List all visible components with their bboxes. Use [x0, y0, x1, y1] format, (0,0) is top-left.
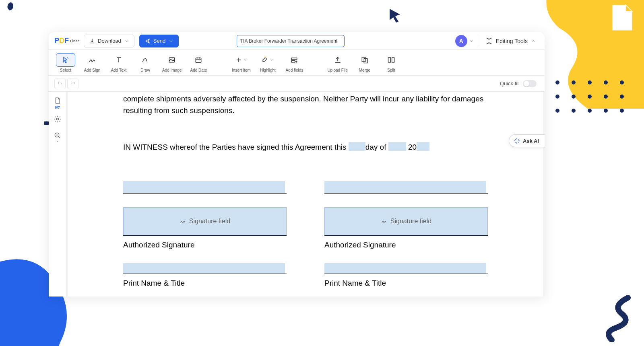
- page-icon: [54, 97, 61, 105]
- chevron-down-icon: [56, 139, 60, 143]
- svg-point-1: [572, 80, 576, 84]
- signature-column-left: Signature field Authorized Signature Pri…: [123, 181, 287, 289]
- witness-line: IN WITNESS whereof the Parties have sign…: [123, 141, 488, 153]
- chevron-down-icon: [243, 58, 247, 62]
- tool-merge-label: Merge: [359, 68, 370, 72]
- tool-highlight[interactable]: Highlight: [256, 52, 279, 73]
- document-page: complete shipments adversely affected by…: [68, 92, 543, 297]
- logo[interactable]: PDF Liner: [54, 37, 79, 45]
- day-field[interactable]: [349, 142, 365, 151]
- signature-field-left[interactable]: Signature field: [123, 207, 287, 235]
- upload-icon: [334, 56, 342, 64]
- signature-column-right: Signature field Authorized Signature Pri…: [324, 181, 488, 289]
- svg-point-8: [604, 95, 608, 99]
- authorized-signature-label-right: Authorized Signature: [324, 239, 488, 251]
- bg-dots-pattern: [553, 78, 626, 123]
- sparkle-icon: [513, 137, 520, 144]
- tool-draw[interactable]: Draw: [134, 52, 157, 73]
- svg-point-3: [604, 80, 608, 84]
- tool-insert-item[interactable]: Insert item: [230, 52, 252, 73]
- bg-pdf-icon: [610, 4, 634, 32]
- tool-split-label: Split: [387, 68, 395, 72]
- tool-highlight-label: Highlight: [260, 68, 276, 72]
- sign-icon: [180, 218, 186, 224]
- send-button[interactable]: Send: [139, 35, 179, 47]
- svg-rect-19: [292, 60, 295, 62]
- tool-add-text[interactable]: Add Text: [107, 52, 130, 73]
- svg-point-7: [588, 95, 592, 99]
- logo-d: D: [59, 37, 64, 45]
- tool-add-date[interactable]: Add Date: [187, 52, 210, 73]
- avatar-letter: A: [459, 38, 463, 44]
- filename-input[interactable]: TIA Broker Forwarder Transaction Agreeme…: [237, 35, 345, 47]
- account-menu[interactable]: A: [455, 35, 474, 47]
- download-button[interactable]: Download: [84, 35, 134, 47]
- tool-split[interactable]: Split: [380, 52, 402, 73]
- svg-point-11: [572, 109, 576, 113]
- tool-select[interactable]: Select: [54, 52, 77, 73]
- svg-point-6: [572, 95, 576, 99]
- download-icon: [89, 38, 95, 44]
- svg-rect-18: [292, 58, 297, 60]
- bg-cursor-blob: [386, 7, 402, 23]
- print-name-field-left[interactable]: [123, 263, 285, 274]
- name-field-wrap: [123, 181, 287, 194]
- tool-merge[interactable]: Merge: [353, 52, 376, 73]
- sidebar-pages[interactable]: 6/7: [51, 95, 64, 111]
- signature-field-right[interactable]: Signature field: [324, 207, 488, 235]
- redo-icon: [70, 81, 76, 86]
- logo-f: F: [64, 37, 69, 45]
- undo-button[interactable]: [54, 78, 66, 89]
- print-name-title-label-left: Print Name & Title: [123, 277, 287, 289]
- tool-add-fields[interactable]: Add fields: [283, 52, 305, 73]
- sig-field-wrap: Signature field: [324, 207, 488, 236]
- signature-field-label: Signature field: [189, 216, 230, 227]
- name-field-right[interactable]: [324, 181, 486, 193]
- tool-add-fields-label: Add fields: [285, 68, 303, 72]
- tool-add-image[interactable]: Add Image: [161, 52, 183, 73]
- undo-icon: [57, 81, 63, 86]
- svg-rect-23: [392, 58, 394, 62]
- tool-add-sign[interactable]: Add Sign: [81, 52, 103, 73]
- svg-point-4: [620, 80, 624, 84]
- zoom-in-icon: [54, 132, 61, 139]
- tool-upload-file[interactable]: Upload File: [326, 52, 349, 73]
- svg-point-17: [265, 56, 266, 58]
- editing-tools-toggle[interactable]: Editing Tools: [482, 37, 539, 45]
- logo-liner: Liner: [70, 39, 79, 43]
- paragraph: complete shipments adversely affected by…: [123, 93, 488, 117]
- app-window: PDF Liner Download Send TIA Broker Forwa…: [49, 32, 545, 297]
- svg-rect-16: [196, 58, 201, 63]
- bg-paint-strokes: [0, 0, 44, 36]
- print-name-field-right[interactable]: [324, 263, 486, 274]
- left-sidebar: 6/7: [49, 92, 66, 297]
- topbar: PDF Liner Download Send TIA Broker Forwa…: [49, 32, 545, 50]
- ask-ai-button[interactable]: Ask AI: [509, 134, 545, 147]
- svg-rect-20: [362, 57, 365, 62]
- month-field[interactable]: [388, 142, 406, 151]
- avatar: A: [455, 35, 467, 47]
- sidebar-zoom[interactable]: [51, 130, 64, 145]
- tool-insert-item-label: Insert item: [232, 68, 251, 72]
- bg-squiggle: [600, 294, 636, 342]
- tool-upload-file-label: Upload File: [327, 68, 348, 72]
- merge-icon: [361, 56, 369, 64]
- page-counter: 6/7: [55, 105, 60, 109]
- tool-add-date-label: Add Date: [190, 68, 207, 72]
- plus-icon: [235, 56, 242, 64]
- toggle-switch[interactable]: [523, 80, 537, 87]
- print-row-right: Print Name & Title: [324, 263, 488, 289]
- document-pane[interactable]: complete shipments adversely affected by…: [66, 92, 545, 297]
- tool-add-image-label: Add Image: [162, 68, 182, 72]
- quick-fill-toggle[interactable]: Quick fill: [500, 80, 539, 87]
- name-field-left[interactable]: [123, 181, 285, 193]
- sig-field-wrap: Signature field: [123, 207, 287, 236]
- svg-point-5: [555, 95, 559, 99]
- year-field[interactable]: [417, 142, 429, 151]
- sidebar-settings[interactable]: [51, 113, 64, 125]
- chevron-up-icon: [531, 39, 536, 43]
- split-icon: [387, 56, 395, 64]
- redo-button[interactable]: [67, 78, 78, 89]
- send-icon: [144, 38, 151, 44]
- tool-add-text-label: Add Text: [111, 68, 127, 72]
